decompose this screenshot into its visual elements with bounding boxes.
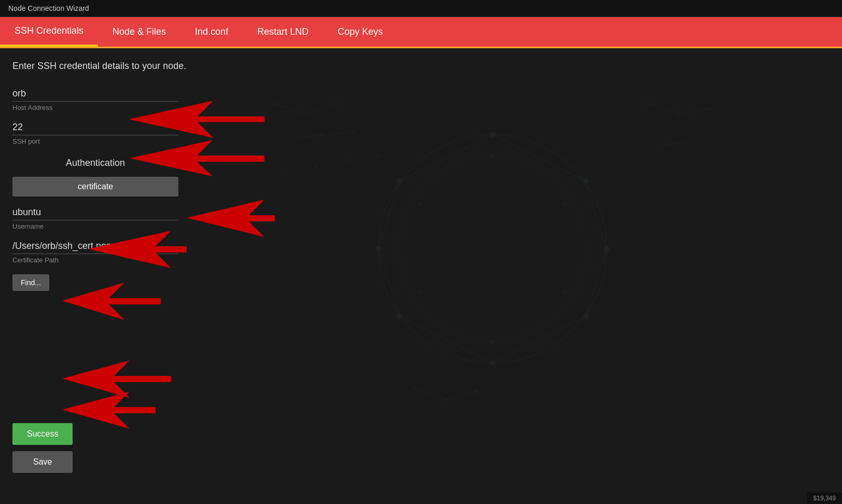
- tab-ssh-credentials[interactable]: SSH Credentials: [0, 17, 98, 47]
- tab-node-files[interactable]: Node & Files: [98, 17, 180, 47]
- svg-marker-56: [62, 360, 171, 398]
- svg-line-20: [399, 316, 493, 363]
- auth-section-title: Authentication: [12, 158, 178, 169]
- host-address-label: Host Address: [12, 104, 178, 111]
- tab-copy-keys[interactable]: Copy Keys: [323, 17, 397, 47]
- find-button[interactable]: Find...: [12, 274, 49, 291]
- content-area: Enter SSH credential details to your nod…: [0, 48, 842, 303]
- cert-path-field: /Users/orb/ssh_cert.pem Certificate Path: [12, 241, 178, 264]
- svg-point-46: [413, 387, 416, 390]
- svg-point-5: [583, 314, 588, 319]
- svg-line-49: [415, 389, 446, 399]
- cert-path-value[interactable]: /Users/orb/ssh_cert.pem: [12, 241, 178, 254]
- auth-toggle-group: certificate: [12, 177, 178, 197]
- ssh-port-field: 22 SSH port: [12, 122, 178, 145]
- success-button[interactable]: Success: [12, 423, 73, 445]
- cert-path-label: Certificate Path: [12, 256, 178, 264]
- username-field: ubuntu Username: [12, 207, 178, 230]
- page-description: Enter SSH credential details to your nod…: [12, 61, 830, 72]
- host-address-field: orb Host Address: [12, 88, 178, 111]
- svg-line-50: [446, 391, 477, 399]
- svg-point-7: [397, 314, 402, 319]
- tab-ind-conf[interactable]: Ind.conf: [180, 17, 243, 47]
- ssh-port-label: SSH port: [12, 137, 178, 145]
- tab-restart-lnd[interactable]: Restart LND: [243, 17, 323, 47]
- svg-line-19: [493, 316, 586, 363]
- ssh-port-value[interactable]: 22: [12, 122, 178, 135]
- host-address-value[interactable]: orb: [12, 88, 178, 102]
- username-label: Username: [12, 222, 178, 230]
- svg-point-47: [444, 398, 447, 401]
- svg-point-48: [475, 390, 479, 393]
- auth-toggle-button[interactable]: certificate: [12, 177, 178, 197]
- title-bar: Node Connection Wizard: [0, 0, 842, 17]
- window-title: Node Connection Wizard: [8, 4, 89, 12]
- status-bar: $19,349: [807, 493, 842, 504]
- svg-point-6: [490, 360, 495, 366]
- tab-bar: SSH Credentials Node & Files Ind.conf Re…: [0, 17, 842, 48]
- svg-marker-57: [62, 391, 156, 429]
- svg-point-13: [490, 340, 495, 344]
- save-button[interactable]: Save: [12, 451, 73, 473]
- bottom-buttons: Success Save: [12, 423, 73, 473]
- status-value: $19,349: [813, 495, 836, 502]
- username-value[interactable]: ubuntu: [12, 207, 178, 220]
